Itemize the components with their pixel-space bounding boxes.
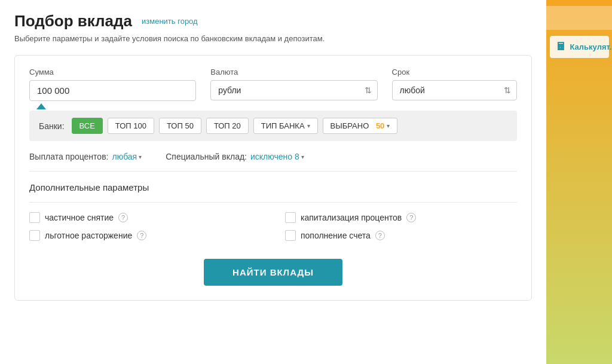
submit-row: НАЙТИ ВКЛАДЫ — [29, 253, 517, 286]
bank-type-label: ТИП БАНКА — [261, 121, 305, 130]
suma-input-wrapper — [29, 80, 196, 101]
payment-filter-group: Выплата процентов: любая ▾ — [29, 152, 142, 161]
replenishment-row: пополнение счета ? — [285, 230, 517, 241]
payment-chevron-icon: ▾ — [139, 154, 142, 160]
form-card: Сумма Валюта рубли доллары евро — [14, 55, 532, 301]
capitalization-help-icon[interactable]: ? — [406, 213, 416, 222]
preferential-checkbox[interactable] — [29, 230, 40, 241]
banks-section: Банки: ВСЕ ТОП 100 ТОП 50 ТОП 20 ТИП БАН… — [29, 111, 517, 141]
srok-field-group: Срок любой 1 месяц 3 месяца 6 месяцев 1 … — [392, 68, 517, 101]
capitalization-checkbox[interactable] — [285, 212, 296, 223]
preferential-row: льготное расторжение ? — [29, 230, 261, 241]
special-value[interactable]: исключено 8 ▾ — [250, 152, 304, 161]
page-header: Подбор вклада изменить город Выберите па… — [14, 12, 532, 43]
special-label: Специальный вклад: — [166, 152, 247, 161]
srok-select-wrapper: любой 1 месяц 3 месяца 6 месяцев 1 год 2… — [392, 80, 517, 100]
bank-btn-top20[interactable]: ТОП 20 — [206, 118, 249, 134]
bank-btn-top100[interactable]: ТОП 100 — [108, 118, 154, 134]
sidebar-top-bar — [546, 6, 612, 30]
bank-type-dropdown[interactable]: ТИП БАНКА ▾ — [253, 118, 318, 134]
special-chevron-icon: ▾ — [301, 154, 304, 160]
suma-input[interactable] — [29, 80, 196, 101]
banks-row: Банки: ВСЕ ТОП 100 ТОП 50 ТОП 20 ТИП БАН… — [39, 118, 507, 134]
suma-field-group: Сумма — [29, 68, 196, 101]
srok-select[interactable]: любой 1 месяц 3 месяца 6 месяцев 1 год 2… — [392, 80, 517, 100]
suma-label: Сумма — [29, 68, 196, 77]
preferential-help-icon[interactable]: ? — [137, 231, 146, 240]
sidebar: 🖩 Калькулят... — [546, 0, 612, 364]
selected-count: 50 — [376, 121, 384, 130]
preferential-label: льготное расторжение — [45, 231, 132, 240]
replenishment-checkbox[interactable] — [285, 230, 296, 241]
valuta-select[interactable]: рубли доллары евро — [210, 80, 377, 100]
capitalization-label: капитализация процентов — [301, 213, 402, 222]
bank-btn-top50[interactable]: ТОП 50 — [159, 118, 201, 134]
fields-row: Сумма Валюта рубли доллары евро — [29, 68, 517, 101]
selected-chevron-icon: ▾ — [387, 123, 390, 129]
srok-label: Срок — [392, 68, 517, 77]
additional-section: Дополнительные параметры частичное сняти… — [29, 182, 517, 241]
partial-withdrawal-help-icon[interactable]: ? — [118, 213, 128, 222]
slider-indicator — [36, 103, 46, 109]
selected-label: ВЫБРАНО — [331, 121, 369, 130]
replenishment-label: пополнение счета — [301, 231, 371, 240]
partial-withdrawal-label: частичное снятие — [45, 213, 114, 222]
additional-title: Дополнительные параметры — [29, 182, 517, 192]
page-title: Подбор вклада — [14, 12, 132, 30]
submit-button[interactable]: НАЙТИ ВКЛАДЫ — [204, 259, 342, 286]
bank-btn-vse[interactable]: ВСЕ — [72, 118, 103, 134]
sidebar-calculator[interactable]: 🖩 Калькулят... — [550, 36, 609, 58]
page-subtitle: Выберите параметры и задайте условия пои… — [14, 34, 532, 43]
capitalization-row: капитализация процентов ? — [285, 212, 517, 223]
calculator-label: Калькулят... — [570, 42, 613, 51]
divider — [29, 202, 517, 203]
change-city-link[interactable]: изменить город — [142, 17, 198, 26]
valuta-select-wrapper: рубли доллары евро ⇅ — [210, 80, 377, 100]
filters-row: Выплата процентов: любая ▾ Специальный в… — [29, 152, 517, 172]
payment-label: Выплата процентов: — [29, 152, 108, 161]
partial-withdrawal-checkbox[interactable] — [29, 212, 40, 223]
partial-withdrawal-row: частичное снятие ? — [29, 212, 261, 223]
special-filter-group: Специальный вклад: исключено 8 ▾ — [166, 152, 304, 161]
valuta-label: Валюта — [210, 68, 377, 77]
selected-banks-btn[interactable]: ВЫБРАНО 50 ▾ — [323, 118, 398, 134]
payment-value[interactable]: любая ▾ — [112, 152, 142, 161]
bank-type-chevron-icon: ▾ — [307, 123, 310, 129]
calculator-icon: 🖩 — [556, 41, 567, 53]
checkboxes-grid: частичное снятие ? капитализация процент… — [29, 212, 517, 241]
banks-label: Банки: — [39, 121, 65, 131]
replenishment-help-icon[interactable]: ? — [375, 231, 385, 240]
valuta-field-group: Валюта рубли доллары евро ⇅ — [210, 68, 377, 101]
